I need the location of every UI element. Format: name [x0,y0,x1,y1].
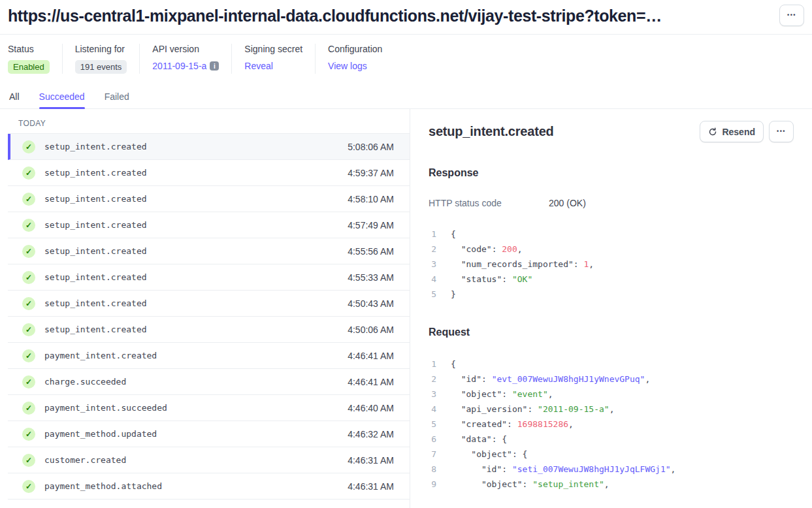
code-token: "created" [461,417,507,432]
event-name: setup_intent.created [44,272,147,282]
status-badge: Enabled [8,60,50,74]
code-line: 5} [429,287,794,302]
code-token: "api_version" [461,402,528,417]
event-list-item[interactable]: ✓setup_intent.created5:08:06 AM [8,134,410,160]
event-list-item[interactable]: ✓payment_method.attached4:46:31 AM [8,473,410,500]
meta-item-signing-secret: Signing secretReveal [244,44,316,74]
meta-item-listening-for: Listening for191 events [75,44,140,74]
event-time: 4:58:10 AM [348,194,394,204]
code-line: 4 "api_version": "2011-09-15-a", [429,402,794,417]
tab-failed[interactable]: Failed [105,91,129,108]
tab-succeeded[interactable]: Succeeded [39,91,85,108]
event-list-item[interactable]: ✓payment_intent.succeeded4:46:40 AM [8,395,410,421]
success-check-icon: ✓ [22,375,35,389]
code-token: : [574,257,584,272]
code-token: , [645,372,650,387]
meta-link-signing-secret[interactable]: Reveal [244,61,273,71]
http-status-value: 200 (OK) [549,198,586,208]
detail-more-button[interactable]: ••• [769,121,794,142]
http-status-label: HTTP status code [429,198,549,208]
resend-button[interactable]: Resend [700,121,764,142]
code-token: "status" [461,272,502,287]
event-list-item[interactable]: ✓setup_intent.created4:59:37 AM [8,160,410,186]
meta-item-status: StatusEnabled [8,44,63,74]
code-token: , [548,387,553,402]
code-line: 2 "id": "evt_007WewuJW8hgHJ1yWnevGPuq", [429,372,794,387]
request-heading: Request [429,326,794,338]
meta-label: API version [152,44,219,54]
meta-item-api-version: API version2011-09-15-ai [152,44,232,74]
code-line: 7 "object": { [429,447,794,462]
code-line: 3 "num_records_imported": 1, [429,257,794,272]
code-token: "event" [512,387,548,402]
code-token [451,462,481,477]
meta-link-api-version[interactable]: 2011-09-15-ai [152,61,219,71]
code-token [451,447,471,462]
line-number: 5 [429,417,436,432]
code-token: { [451,227,456,242]
code-token: : [502,387,512,402]
code-token: } [451,287,456,302]
event-time: 4:57:49 AM [348,220,394,230]
event-time: 4:55:56 AM [348,246,394,257]
code-line: 2 "code": 200, [429,242,794,257]
code-line: 5 "created": 1698815286, [429,417,794,432]
code-token: : [507,417,517,432]
event-list-item[interactable]: ✓payment_method.updated4:46:32 AM [8,421,410,447]
event-list-panel: TODAY ✓setup_intent.created5:08:06 AM✓se… [0,109,410,508]
code-token: , [589,257,594,272]
event-time: 4:46:31 AM [348,481,394,492]
code-token: "num_records_imported" [461,257,574,272]
event-name: setup_intent.created [44,325,147,334]
event-list-item[interactable]: ✓charge.succeeded4:46:41 AM [8,369,410,395]
event-list-item[interactable]: ✓setup_intent.created4:50:43 AM [8,291,410,317]
code-token: "object" [481,477,523,492]
detail-actions: Resend ••• [700,121,794,142]
code-token: , [609,402,615,417]
event-list-item[interactable]: ✓setup_intent.created4:55:56 AM [8,238,410,264]
event-list-item[interactable]: ✓customer.created4:46:31 AM [8,447,410,473]
code-token: "2011-09-15-a" [538,402,609,417]
event-name: setup_intent.created [44,142,147,151]
success-check-icon: ✓ [22,402,35,415]
success-check-icon: ✓ [22,323,35,336]
line-number: 7 [429,447,436,462]
code-token: : { [492,432,507,447]
event-name: setup_intent.created [44,168,147,178]
resend-button-label: Resend [722,127,755,137]
code-token: "object" [471,447,512,462]
code-token: : [492,242,502,257]
event-list-item[interactable]: ✓setup_intent.created4:58:10 AM [8,186,410,212]
webhook-endpoint-url: https://us-central1-mixpanel-internal-da… [8,5,662,25]
code-token [451,257,461,272]
code-token: : [502,272,512,287]
success-check-icon: ✓ [22,454,35,467]
code-line: 8 "id": "seti_007WewuJW8hgHJ1yJqLFWGj1", [429,462,794,477]
line-number: 1 [429,227,436,242]
code-token [451,372,461,387]
event-time: 5:08:06 AM [348,142,394,152]
event-list-item[interactable]: ✓setup_intent.created4:55:33 AM [8,264,410,291]
ellipsis-icon: ••• [777,129,786,135]
event-list: ✓setup_intent.created5:08:06 AM✓setup_in… [8,134,410,500]
event-list-item[interactable]: ✓payment_intent.created4:46:41 AM [8,343,410,369]
event-name: payment_method.attached [44,481,162,491]
meta-link-configuration[interactable]: View logs [328,61,367,71]
code-token [451,477,481,492]
event-list-item[interactable]: ✓setup_intent.created4:50:06 AM [8,317,410,343]
line-number: 2 [429,372,436,387]
header-more-button[interactable]: ••• [779,5,804,26]
page-header: https://us-central1-mixpanel-internal-da… [0,0,812,35]
success-check-icon: ✓ [22,271,35,284]
event-list-item[interactable]: ✓setup_intent.created4:57:49 AM [8,212,410,238]
tab-all[interactable]: All [9,91,20,108]
line-number: 4 [429,402,436,417]
event-group-header: TODAY [8,109,410,134]
event-time: 4:46:32 AM [348,429,394,439]
event-name: customer.created [44,455,126,465]
detail-header: setup_intent.created Resend ••• [429,121,794,142]
code-line: 4 "status": "OK" [429,272,794,287]
success-check-icon: ✓ [22,349,35,362]
code-token: "id" [461,372,481,387]
event-time: 4:59:37 AM [348,168,394,178]
